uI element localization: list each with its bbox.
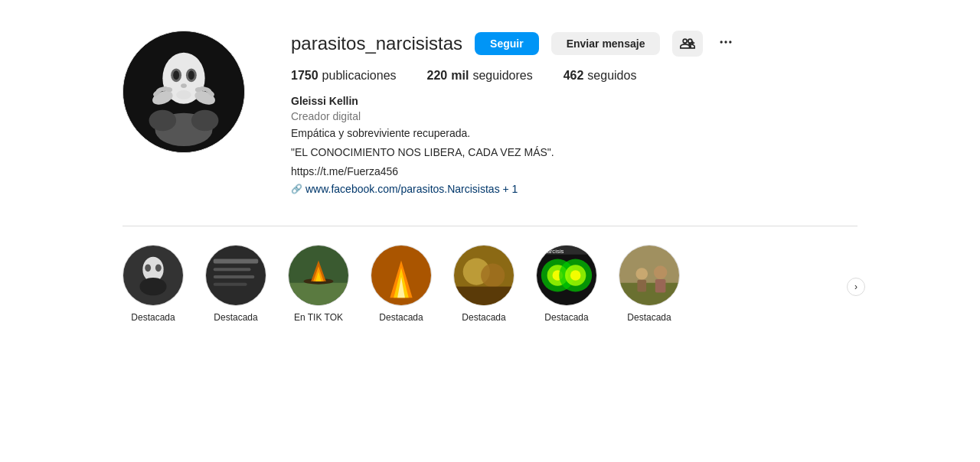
svg-point-19 xyxy=(149,110,177,132)
stat-seguidos-label: seguidos xyxy=(587,69,636,83)
highlight-circle-5 xyxy=(453,245,514,306)
svg-point-4 xyxy=(173,70,179,80)
svg-rect-33 xyxy=(214,268,251,271)
highlight-circle-1 xyxy=(122,245,184,306)
add-person-button[interactable] xyxy=(672,31,703,57)
mensaje-button[interactable]: Enviar mensaje xyxy=(551,32,661,55)
svg-rect-37 xyxy=(289,283,348,305)
profile-container: parasitos_narcisistas Seguir Enviar mens… xyxy=(107,0,873,344)
profile-header: parasitos_narcisistas Seguir Enviar mens… xyxy=(122,31,858,195)
svg-point-48 xyxy=(481,263,505,287)
svg-rect-32 xyxy=(214,259,259,264)
highlight-label-4: Destacada xyxy=(379,312,423,323)
highlight-label-7: Destacada xyxy=(627,312,671,323)
svg-point-6 xyxy=(181,83,187,88)
username-row: parasitos_narcisistas Seguir Enviar mens… xyxy=(291,31,858,57)
bio-line1: Empática y sobreviviente recuperada. xyxy=(291,125,858,142)
highlight-item-6[interactable]: NarcisisDestacada xyxy=(536,245,597,323)
svg-text:Narcisis: Narcisis xyxy=(543,248,564,255)
svg-point-7 xyxy=(176,90,191,99)
stat-seguidores-mil: mil xyxy=(451,69,469,83)
svg-point-63 xyxy=(654,265,668,279)
highlight-circle-2 xyxy=(205,245,266,306)
bio-line2: "EL CONOCIMIENTO NOS LIBERA, CADA VEZ MÁ… xyxy=(291,145,858,161)
stat-seguidos-num: 462 xyxy=(564,69,584,83)
svg-point-61 xyxy=(635,268,648,280)
avatar[interactable] xyxy=(122,31,245,153)
svg-point-28 xyxy=(145,264,151,272)
svg-point-5 xyxy=(188,70,194,80)
highlight-item-5[interactable]: Destacada xyxy=(453,245,514,323)
svg-point-20 xyxy=(191,110,219,132)
highlight-label-1: Destacada xyxy=(131,312,175,323)
svg-rect-35 xyxy=(214,283,247,286)
stat-seguidores-num: 220 xyxy=(427,69,448,83)
highlights-section: DestacadaDestacadaEn TIK TOKDestacadaDes… xyxy=(122,226,858,329)
svg-point-23 xyxy=(720,41,723,43)
svg-point-24 xyxy=(725,41,727,43)
highlight-circle-3 xyxy=(288,245,349,306)
bio-name: Gleissi Kellin xyxy=(291,95,858,107)
highlight-label-5: Destacada xyxy=(462,312,505,323)
highlight-item-7[interactable]: Destacada xyxy=(619,245,680,323)
highlight-label-3: En TIK TOK xyxy=(294,312,343,323)
highlight-circle-7 xyxy=(619,245,680,306)
profile-stats: 1750 publicaciones 220 mil seguidores 46… xyxy=(291,69,858,83)
link-icon: 🔗 xyxy=(291,184,302,194)
more-button[interactable] xyxy=(715,34,737,54)
stat-publicaciones-label: publicaciones xyxy=(322,69,397,83)
svg-point-25 xyxy=(730,41,732,43)
highlight-item-4[interactable]: Destacada xyxy=(371,245,432,323)
seguir-button[interactable]: Seguir xyxy=(475,32,539,55)
highlight-item-2[interactable]: Destacada xyxy=(205,245,266,323)
bio-role: Creador digital xyxy=(291,110,858,122)
svg-rect-49 xyxy=(454,287,514,305)
svg-rect-62 xyxy=(637,280,646,292)
svg-point-29 xyxy=(155,264,162,272)
highlight-label-2: Destacada xyxy=(214,312,257,323)
highlight-circle-4 xyxy=(371,245,432,306)
bio-link-text: www.facebook.com/parasitos.Narcisistas +… xyxy=(305,183,518,195)
stat-publicaciones-num: 1750 xyxy=(291,69,318,83)
highlight-item-3[interactable]: En TIK TOK xyxy=(288,245,349,323)
svg-rect-64 xyxy=(655,279,666,293)
stat-publicaciones: 1750 publicaciones xyxy=(291,69,397,83)
highlight-label-6: Destacada xyxy=(544,312,588,323)
highlight-item-1[interactable]: Destacada xyxy=(122,245,184,323)
avatar-wrapper xyxy=(122,31,245,153)
highlights-next-button[interactable]: › xyxy=(847,278,865,296)
stat-seguidos: 462 seguidos xyxy=(564,69,637,83)
bio-link[interactable]: 🔗 www.facebook.com/parasitos.Narcisistas… xyxy=(291,183,858,195)
stat-seguidores: 220 mil seguidores xyxy=(427,69,533,83)
highlights-list: DestacadaDestacadaEn TIK TOKDestacadaDes… xyxy=(122,245,858,329)
highlight-circle-6: Narcisis xyxy=(536,245,597,306)
stat-seguidores-label: seguidores xyxy=(472,69,532,83)
username: parasitos_narcisistas xyxy=(291,33,462,54)
highlights-wrapper: DestacadaDestacadaEn TIK TOKDestacadaDes… xyxy=(122,245,858,329)
bio-line3: https://t.me/Fuerza456 xyxy=(291,164,858,180)
profile-bio: Gleissi Kellin Creador digital Empática … xyxy=(291,95,858,195)
svg-rect-34 xyxy=(214,275,255,278)
profile-info: parasitos_narcisistas Seguir Enviar mens… xyxy=(291,31,858,195)
svg-rect-60 xyxy=(619,283,679,305)
svg-point-56 xyxy=(570,270,581,281)
svg-point-30 xyxy=(139,278,166,295)
